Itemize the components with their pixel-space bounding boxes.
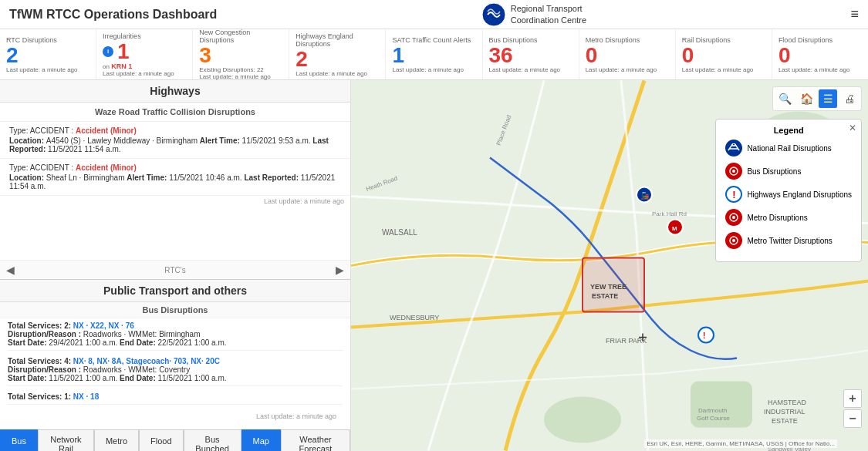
accident-1-last-time: 11/5/2021 11:54 a.m.: [48, 145, 121, 153]
stat-metro[interactable]: Metro Disruptions 0 Last update: a minut…: [579, 29, 676, 79]
bus-e2-dis-label: Disruption/Reason :: [8, 365, 83, 374]
menu-icon[interactable]: ≡: [850, 6, 859, 22]
stat-irreg-sub: Last update: a minute ago: [103, 70, 186, 77]
bus-e1-end-label: End Date:: [120, 338, 157, 347]
stat-cong-sub: Last update: a minute ago: [199, 73, 282, 80]
stat-cong-label: New Congestion Disruptions: [199, 29, 282, 44]
accident-1-alert-label: Alert Time:: [200, 136, 242, 145]
logo-text: Regional Transport Coordination Centre: [511, 3, 586, 25]
tab-map[interactable]: Map: [241, 429, 281, 451]
svg-text:INDUSTRIAL: INDUSTRIAL: [764, 408, 806, 416]
stat-cong-existing: Existing Disruptions: 22: [199, 66, 282, 73]
map-search-btn[interactable]: 🔍: [775, 89, 794, 108]
stat-he-label: Highways England Disruptions: [296, 32, 379, 48]
bus-content: Total Services: 2: NX · X22, NX · 76 Dis…: [0, 318, 350, 429]
public-transport-section: Bus Disruptions Total Services: 2: NX · …: [0, 302, 350, 429]
accident-2-loc-label: Location:: [9, 173, 46, 182]
rtc-label: RTC's: [164, 266, 185, 274]
legend-rail: National Rail Disruptions: [725, 140, 852, 157]
highways-last-update: Last update: a minute ago: [0, 196, 350, 207]
svg-text:Park Hall Rd: Park Hall Rd: [652, 210, 687, 217]
accident-1-location: Location: A4540 (S) · Lawley Middleway ·…: [9, 136, 341, 153]
app-title: TfWM RTCC Operations Dashboard: [9, 8, 217, 22]
legend-title: Legend: [725, 126, 852, 135]
svg-text:HAMSTEAD: HAMSTEAD: [768, 399, 807, 406]
map-legend: ✕ Legend National Rail Disruptions: [715, 119, 862, 262]
left-panel: Highways Waze Road Traffic Collision Dis…: [0, 80, 351, 451]
stat-metro-label: Metro Disruptions: [586, 36, 669, 44]
rtc-next-arrow[interactable]: ▶: [336, 264, 344, 276]
bus-entry-2-dates: Start Date: 11/5/2021 1:00 a.m. End Date…: [8, 374, 343, 382]
legend-highways-icon: !: [725, 186, 742, 203]
stat-satc-value: 1: [392, 45, 475, 66]
map-container: WALSALL WEDNESBURY FRIAR PARK YEW TREE E…: [351, 80, 868, 451]
bus-e2-start: 11/5/2021 1:00 a.m.: [49, 374, 120, 382]
accident-1-loc-text: A4540 (S) · Lawley Middleway · Birmingha…: [46, 136, 200, 145]
stat-rail[interactable]: Rail Disruptions 0 Last update: a minute…: [676, 29, 772, 79]
stat-rtc[interactable]: RTC Disruptions 2 Last update: a minute …: [0, 29, 96, 79]
legend-bus-icon: [725, 163, 742, 180]
bus-e1-start-label: Start Date:: [8, 338, 49, 347]
legend-highways: ! Highways England Disruptions: [725, 186, 852, 203]
map-list-btn[interactable]: ☰: [819, 89, 837, 108]
tab-weather-forecast[interactable]: Weather Forecast: [281, 429, 350, 451]
bus-disruptions-header: Bus Disruptions: [0, 302, 350, 318]
stat-irreg-value: 1: [117, 41, 130, 62]
bus-e2-total-label: Total Services: 4:: [8, 357, 73, 365]
stat-congestion[interactable]: New Congestion Disruptions 3 Existing Di…: [193, 29, 289, 79]
bus-e2-dis-text: Roadworks · WMMet: Coventry: [83, 365, 190, 374]
legend-metro-label: Metro Disruptions: [747, 214, 807, 222]
svg-text:!: !: [703, 332, 705, 340]
rtc-prev-arrow[interactable]: ◀: [6, 264, 15, 276]
stat-flood-value: 0: [778, 45, 862, 66]
svg-point-35: [732, 216, 735, 219]
stat-rail-label: Rail Disruptions: [682, 36, 765, 44]
map-print-btn[interactable]: 🖨: [840, 89, 859, 108]
svg-text:🚂: 🚂: [640, 191, 650, 200]
tab-bus[interactable]: Bus: [0, 429, 38, 451]
stat-flood-label: Flood Disruptions: [778, 36, 862, 44]
legend-close-btn[interactable]: ✕: [849, 123, 856, 133]
legend-rail-icon: [725, 140, 742, 157]
bus-e1-dis-label: Disruption/Reason :: [8, 330, 83, 338]
stat-flood[interactable]: Flood Disruptions 0 Last update: a minut…: [772, 29, 868, 79]
bus-entry-3: Total Services: 1: NX · 18: [8, 392, 343, 405]
stat-bus[interactable]: Bus Disruptions 36 Last update: a minute…: [483, 29, 579, 79]
app-header: TfWM RTCC Operations Dashboard Regional …: [0, 0, 868, 29]
highways-section-title: Highways: [0, 80, 350, 103]
map-home-btn[interactable]: 🏠: [797, 89, 816, 108]
accident-1-type: Type: ACCIDENT : Accident (Minor): [9, 126, 341, 135]
legend-metro-icon: [725, 209, 742, 226]
svg-text:M: M: [672, 225, 677, 232]
bus-entry-1-disruption: Disruption/Reason : Roadworks · WMMet: B…: [8, 330, 343, 338]
accident-2-loc-text: Sheaf Ln · Birmingham: [46, 173, 127, 182]
stat-satc[interactable]: SATC Traffic Count Alerts 1 Last update:…: [386, 29, 482, 79]
svg-text:WALSALL: WALSALL: [382, 228, 417, 237]
tab-metro[interactable]: Metro: [94, 429, 139, 451]
zoom-out-btn[interactable]: −: [843, 409, 862, 428]
svg-text:ESTATE: ESTATE: [592, 292, 618, 300]
svg-point-5: [544, 397, 621, 443]
stat-rail-value: 0: [682, 45, 765, 66]
svg-point-32: [732, 170, 735, 173]
svg-point-28: [698, 328, 714, 343]
zoom-in-btn[interactable]: +: [843, 389, 862, 408]
stat-irregularities[interactable]: Irregularities i 1 on KRN 1 Last update:…: [96, 29, 193, 79]
bus-entry-2-services: Total Services: 4: NX· 8, NX· 8A, Stagec…: [8, 357, 343, 365]
accident-2: Type: ACCIDENT : Accident (Minor) Locati…: [0, 159, 350, 196]
legend-bus-label: Bus Disruptions: [747, 167, 801, 176]
map-area[interactable]: WALSALL WEDNESBURY FRIAR PARK YEW TREE E…: [351, 80, 868, 451]
tab-network-rail[interactable]: Network Rail: [38, 429, 94, 451]
tab-bus-bunched[interactable]: Bus Bunched: [184, 429, 241, 451]
stat-highways-england[interactable]: Highways England Disruptions 2 Last upda…: [289, 29, 386, 79]
bottom-tabs-row: Bus Network Rail Metro Flood Bus Bunched…: [0, 429, 350, 451]
bus-e1-total-label: Total Services: 2:: [8, 321, 73, 330]
legend-rail-label: National Rail Disruptions: [747, 144, 832, 153]
tab-flood[interactable]: Flood: [139, 429, 184, 451]
stat-satc-sub: Last update: a minute ago: [392, 66, 475, 73]
svg-text:Dartmouth: Dartmouth: [698, 407, 727, 414]
stat-bus-label: Bus Disruptions: [489, 36, 572, 44]
map-toolbar: 🔍 🏠 ☰ 🖨: [772, 86, 862, 111]
accident-2-type: Type: ACCIDENT : Accident (Minor): [9, 163, 341, 172]
bus-entry-3-services: Total Services: 1: NX · 18: [8, 392, 343, 401]
